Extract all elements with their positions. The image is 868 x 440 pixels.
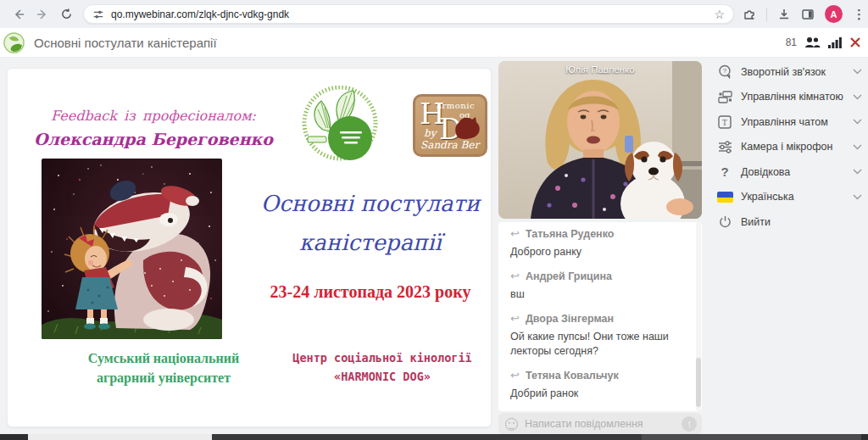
reload-icon[interactable] <box>54 3 78 26</box>
webinar-header: Основні постулати каністерапії 81 <box>0 28 868 58</box>
hd-logo-by: by <box>424 127 436 139</box>
question-icon: ? <box>716 164 733 179</box>
back-icon[interactable] <box>7 3 31 26</box>
chat-scrollbar-thumb[interactable] <box>696 358 701 407</box>
chevron-down-icon <box>853 144 862 150</box>
taskbar-segment <box>861 434 868 440</box>
profile-avatar[interactable]: A <box>825 5 843 23</box>
side-menu: ? Зворотній зв'язок Управління кімнатою … <box>716 59 862 235</box>
room-layout-icon <box>716 91 733 103</box>
chat-message: ↩ Irenkardinal Добрий ранок! <box>498 406 702 411</box>
chat-input[interactable] <box>525 418 682 430</box>
chat-text: Ой какие пупсы! Они тоже наши лекторы се… <box>510 330 688 359</box>
slide-title-line2: каністерапії <box>248 223 492 262</box>
taskbar-segment <box>28 434 212 440</box>
menu-item-language[interactable]: Українська <box>716 185 862 210</box>
hd-logo-author: Sandra Ber <box>420 139 479 151</box>
chat-scrollbar[interactable] <box>696 222 701 411</box>
slide-university-text: Сумський національний аграрний університ… <box>36 348 291 387</box>
menu-label: Управління чатом <box>741 116 828 128</box>
menu-label: Українська <box>741 191 794 203</box>
menu-item-room-management[interactable]: Управління кімнатою <box>716 85 862 110</box>
center-line1: Центр соціальної кінології <box>274 348 491 367</box>
taskbar-segment <box>642 434 861 440</box>
chat-panel: ↩ Татьяна Руденко Доброго ранку ↩ Андрей… <box>498 222 702 411</box>
speaker-name-label: Юлія Павленко <box>498 64 702 75</box>
slide-title-line1: Основні постулати <box>248 184 492 223</box>
extensions-icon[interactable] <box>743 8 756 21</box>
download-icon[interactable] <box>777 8 791 21</box>
chat-message: ↩ Татьяна Руденко Доброго ранку <box>498 222 702 259</box>
page-title: Основні постулати каністерапії <box>34 36 217 50</box>
chevron-down-icon <box>853 119 862 125</box>
taskbar-segment <box>212 434 642 440</box>
chat-message: ↩ Тетяна Ковальчук Добрий ранок <box>498 364 702 401</box>
send-icon[interactable]: ↑ <box>682 416 697 432</box>
menu-item-feedback[interactable]: ? Зворотній зв'язок <box>716 59 862 85</box>
hd-dog-silhouette-icon <box>453 115 481 139</box>
menu-label: Довідкова <box>741 166 790 178</box>
participant-count: 81 <box>786 36 797 48</box>
university-line2: аграрний університет <box>36 368 291 387</box>
slide-feedback-line: Feedback із професіоналом: <box>26 108 281 124</box>
menu-item-help[interactable]: ? Довідкова <box>716 159 862 185</box>
ukraine-flag-icon <box>716 192 733 203</box>
participants-icon[interactable] <box>804 36 821 48</box>
menu-item-logout[interactable]: Вийти <box>716 209 862 235</box>
power-icon <box>716 215 733 228</box>
reply-icon[interactable]: ↩ <box>510 230 520 238</box>
emoji-icon[interactable] <box>505 418 518 431</box>
toolbar-divider <box>766 8 767 21</box>
chat-message: ↩ Андрей Грицина вш <box>498 265 702 302</box>
url-text[interactable]: qo.mywebinar.com/zlqk-djnc-vdkg-gndk <box>111 8 714 20</box>
menu-item-camera-microphone[interactable]: Камера і мікрофон <box>716 135 862 160</box>
chat-text: Доброго ранку <box>510 245 688 259</box>
harmonic-dog-logo: H armonic D og by Sandra Ber <box>413 94 487 157</box>
menu-label: Зворотній зв'язок <box>741 66 826 78</box>
slide-main-title: Основні постулати каністерапії <box>248 184 492 262</box>
slide-center-text: Центр соціальної кінології «HARMONIC DOG… <box>274 348 491 386</box>
browser-menu-icon[interactable]: ⋮ <box>853 7 865 22</box>
side-panel-icon[interactable] <box>801 8 815 21</box>
close-icon[interactable] <box>849 36 861 48</box>
university-logo <box>298 86 386 167</box>
chevron-down-icon <box>853 69 862 75</box>
text-chat-icon: T <box>716 115 733 129</box>
chat-author: Двора Зінгерман <box>526 313 614 325</box>
menu-item-chat-management[interactable]: T Управління чатом <box>716 109 862 135</box>
forward-icon[interactable] <box>31 3 54 26</box>
chevron-down-icon <box>853 194 862 200</box>
reply-icon[interactable]: ↩ <box>510 371 520 380</box>
svg-text:T: T <box>722 118 727 126</box>
university-line1: Сумський національний <box>36 348 291 368</box>
chevron-down-icon <box>853 169 862 175</box>
site-settings-icon[interactable] <box>92 8 104 20</box>
chat-author: Тетяна Ковальчук <box>526 370 619 382</box>
bookmark-star-icon[interactable]: ☆ <box>714 8 725 21</box>
menu-label: Вийти <box>741 216 771 228</box>
browser-toolbar: qo.mywebinar.com/zlqk-djnc-vdkg-gndk ☆ A… <box>0 0 868 28</box>
connection-signal-icon <box>828 37 842 48</box>
chat-text: вш <box>510 287 688 302</box>
mywebinar-logo-icon <box>3 31 25 54</box>
video-frame <box>498 61 702 219</box>
reply-icon[interactable]: ↩ <box>510 272 520 281</box>
slide-illustration <box>42 159 222 339</box>
center-line2: «HARMONIC DOG» <box>274 367 491 386</box>
hd-logo-armonic: armonic <box>437 101 475 110</box>
chat-text: Добрий ранок <box>510 387 688 401</box>
reply-icon[interactable]: ↩ <box>510 315 520 323</box>
taskbar-segment <box>0 434 28 440</box>
chat-author: Татьяна Руденко <box>526 228 615 240</box>
chat-author: Андрей Грицина <box>526 270 612 282</box>
chat-message: ↩ Двора Зінгерман Ой какие пупсы! Они то… <box>498 307 702 359</box>
feedback-icon: ? <box>716 64 733 79</box>
slide-presenter-name: Олександра Береговенко <box>18 130 289 148</box>
chevron-down-icon <box>853 94 862 100</box>
speaker-video: Юлія Павленко <box>498 61 702 219</box>
chat-input-bar: ↑ <box>498 413 702 435</box>
address-bar[interactable]: qo.mywebinar.com/zlqk-djnc-vdkg-gndk ☆ <box>83 4 734 24</box>
svg-text:?: ? <box>722 68 726 75</box>
menu-label: Камера і мікрофон <box>741 141 832 153</box>
menu-label: Управління кімнатою <box>741 91 843 103</box>
